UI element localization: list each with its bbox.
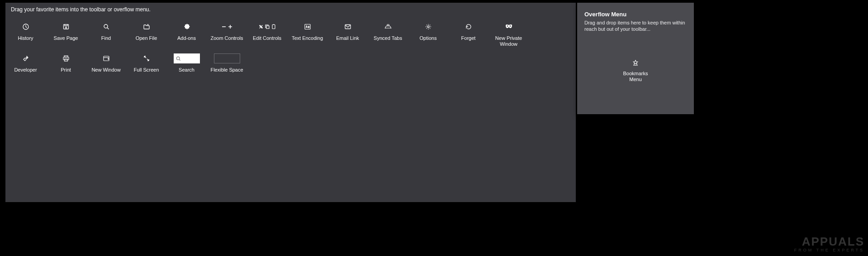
item-label: Email Link	[336, 35, 359, 41]
item-label: Edit Controls	[253, 35, 281, 41]
item-edit-controls[interactable]: Edit Controls	[247, 19, 287, 51]
watermark-brand: APPUALS	[794, 235, 864, 249]
item-label: Options	[420, 35, 437, 41]
watermark: APPUALS FROM THE EXPERTS	[794, 235, 864, 252]
overflow-title: Overflow Menu	[584, 11, 688, 18]
item-label: Bookmarks Menu	[623, 71, 648, 82]
customize-toolbar-panel: Drag your favorite items into the toolba…	[5, 3, 576, 202]
new-window-icon	[103, 52, 110, 65]
zoom-controls-icon	[221, 20, 233, 34]
addons-icon	[183, 20, 190, 34]
item-forget[interactable]: Forget	[448, 19, 489, 51]
item-developer[interactable]: Developer	[5, 51, 46, 82]
developer-icon	[22, 52, 29, 65]
svg-point-2	[104, 24, 108, 28]
item-label: Open File	[136, 35, 157, 41]
email-link-icon	[344, 20, 351, 34]
private-window-icon	[505, 20, 513, 34]
item-label: Save Page	[54, 35, 78, 41]
item-open-file[interactable]: Open File	[126, 19, 166, 51]
item-history[interactable]: History	[5, 19, 46, 51]
svg-rect-4	[266, 26, 269, 29]
item-label: Search	[179, 67, 194, 73]
overflow-drop-area[interactable]: Bookmarks Menu	[577, 57, 694, 82]
item-text-encoding[interactable]: Text Encoding	[287, 19, 327, 51]
item-full-screen[interactable]: Full Screen	[126, 51, 166, 82]
forget-icon	[465, 20, 472, 34]
item-zoom-controls[interactable]: Zoom Controls	[207, 19, 247, 51]
item-new-window[interactable]: New Window	[86, 51, 126, 82]
item-label: Find	[101, 35, 111, 41]
item-email-link[interactable]: Email Link	[327, 19, 368, 51]
svg-rect-5	[272, 25, 275, 29]
save-page-icon	[62, 20, 70, 34]
item-bookmarks-menu[interactable]: Bookmarks Menu	[623, 57, 648, 82]
item-label: New Private Window	[495, 35, 522, 47]
history-icon	[22, 20, 29, 34]
item-label: Flexible Space	[210, 67, 243, 73]
item-synced-tabs[interactable]: Synced Tabs	[368, 19, 408, 51]
instruction-text: Drag your favorite items into the toolba…	[5, 3, 576, 19]
item-label: Text Encoding	[292, 35, 323, 41]
watermark-tagline: FROM THE EXPERTS	[794, 248, 864, 252]
item-find[interactable]: Find	[86, 19, 126, 51]
svg-point-11	[509, 25, 511, 27]
item-label: Developer	[14, 67, 37, 73]
item-flexible-space[interactable]: Flexible Space	[207, 51, 247, 82]
svg-rect-8	[387, 24, 389, 26]
item-search[interactable]: Search	[166, 51, 207, 82]
flexible-space-icon	[214, 52, 240, 65]
print-icon	[62, 52, 70, 65]
item-options[interactable]: Options	[408, 19, 448, 51]
svg-point-9	[427, 26, 429, 28]
item-label: Add-ons	[177, 35, 196, 41]
svg-point-16	[176, 57, 180, 60]
svg-point-10	[507, 25, 508, 27]
svg-rect-13	[63, 57, 69, 60]
item-new-private-window[interactable]: New Private Window	[489, 19, 529, 51]
overflow-menu-panel: Overflow Menu Drag and drop items here t…	[577, 3, 694, 114]
toolbar-items-grid: History Save Page Find Open File Add-ons	[5, 19, 576, 82]
bookmarks-menu-icon	[623, 57, 648, 69]
item-addons[interactable]: Add-ons	[166, 19, 207, 51]
item-label: Zoom Controls	[210, 35, 243, 41]
synced-tabs-icon	[384, 20, 392, 34]
item-label: Synced Tabs	[374, 35, 402, 41]
svg-rect-6	[305, 24, 310, 29]
search-box-icon	[174, 52, 200, 65]
full-screen-icon	[143, 52, 150, 65]
item-label: Forget	[461, 35, 476, 41]
open-file-icon	[143, 20, 150, 34]
item-label: History	[18, 35, 33, 41]
item-label: Full Screen	[134, 67, 159, 73]
item-label: Print	[61, 67, 71, 73]
item-save-page[interactable]: Save Page	[46, 19, 86, 51]
find-icon	[103, 20, 110, 34]
item-label: New Window	[91, 67, 120, 73]
text-encoding-icon	[304, 20, 311, 34]
overflow-description: Drag and drop items here to keep them wi…	[584, 19, 688, 32]
options-icon	[425, 20, 432, 34]
edit-controls-icon	[258, 20, 276, 34]
item-print[interactable]: Print	[46, 51, 86, 82]
